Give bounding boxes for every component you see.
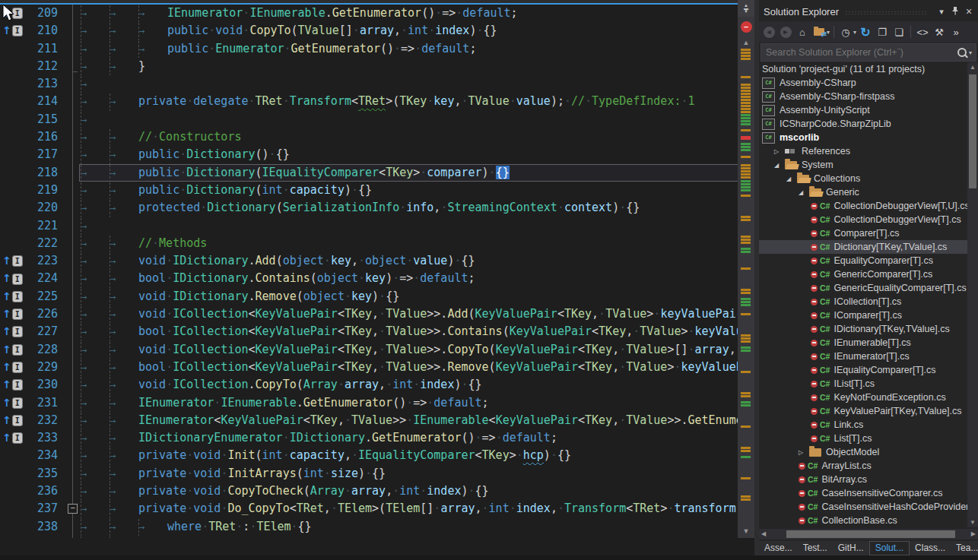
pending-changes-filter-icon[interactable]: ◷ [838, 24, 853, 40]
code-editor[interactable]: ↑I209→→→IEnumerator·IEnumerable.GetEnume… [0, 0, 754, 538]
collapse-all-icon[interactable]: ❐ [875, 24, 890, 40]
tree-item[interactable]: C#Assembly-CSharp [759, 76, 967, 90]
code-line[interactable]: 213→ [0, 75, 754, 93]
tree-item[interactable]: C#BitArray.cs [759, 473, 967, 486]
view-code-icon[interactable]: <> [915, 24, 930, 40]
tool-window-tab[interactable]: GitH... [833, 542, 869, 555]
tree-item[interactable]: C#IEqualityComparer[T].cs [759, 363, 967, 377]
tree-item[interactable]: ▷ObjectModel [759, 445, 967, 459]
tree-item[interactable]: C#Link.cs [759, 418, 967, 432]
back-icon[interactable]: ◄ [761, 24, 776, 40]
tree-item[interactable]: C#CollectionDebuggerView[T,U].cs [759, 199, 967, 213]
search-input[interactable] [764, 46, 957, 59]
tree-item[interactable]: C#IDictionary[TKey,TValue].cs [759, 322, 967, 336]
code-line[interactable]: ↑I230→→void·ICollection.CopyTo(Array·arr… [0, 376, 754, 394]
collapse-arrow-icon[interactable]: ◢ [774, 162, 785, 169]
collapse-arrow-icon[interactable]: ◢ [786, 176, 797, 182]
code-line[interactable]: ↑I210→→→public·void·CopyTo(TValue[]·arra… [0, 22, 754, 40]
editor-vertical-scrollbar[interactable]: ▲▬▼ – ▲ ▼ [738, 0, 754, 538]
tree-item[interactable]: C#IEnumerable[T].cs [759, 336, 967, 350]
search-box[interactable]: ▾ [760, 43, 976, 62]
tree-item[interactable]: C#CollectionDebuggerView[T].cs [759, 213, 967, 226]
scroll-down-icon[interactable]: ▼ [967, 519, 978, 526]
search-options-caret-icon[interactable]: ▾ [969, 49, 972, 56]
forward-icon[interactable]: ► [778, 24, 793, 40]
show-all-files-icon[interactable]: ❏ [891, 24, 907, 40]
code-line[interactable]: 214→→private·delegate·TRet·Transform<TRe… [0, 93, 754, 110]
tool-window-tab[interactable]: Solut... [869, 541, 910, 555]
drag-handle[interactable] [845, 11, 928, 15]
tree-vertical-scrollbar[interactable]: ▲ ▼ [967, 62, 978, 527]
refresh-icon[interactable]: ↻ [858, 24, 873, 40]
tree-item[interactable]: ◢Collections [759, 172, 967, 185]
code-line[interactable]: 215→ [0, 111, 754, 128]
tree-item[interactable]: C#Assembly-UnityScript [759, 103, 967, 117]
folding-margin[interactable]: − [67, 500, 79, 517]
switch-views-caret-icon[interactable]: ▾ [827, 29, 830, 36]
tree-item[interactable]: C#ICSharpCode.SharpZipLib [759, 117, 967, 131]
code-line[interactable]: ↑I223→→void·IDictionary.Add(object·key,·… [0, 252, 754, 270]
tool-window-tab[interactable]: Asse... [759, 542, 798, 555]
tree-item[interactable]: ◢Generic [759, 185, 967, 199]
tool-window-tab[interactable]: Class... [910, 542, 951, 555]
tree-item[interactable]: C#IComparer[T].cs [759, 308, 967, 322]
tool-window-tab[interactable]: Test... [798, 542, 833, 555]
code-line[interactable]: ↑I227→→bool·ICollection<KeyValuePair<TKe… [0, 323, 754, 340]
code-line[interactable]: 236→→private·void·CopyToCheck(Array·arra… [0, 482, 754, 500]
code-line[interactable]: ↑I225→→void·IDictionary.Remove(object·ke… [0, 288, 754, 305]
fold-collapse-icon[interactable]: − [68, 504, 78, 514]
tree-item[interactable]: C#KeyValuePair[TKey,TValue].cs [759, 404, 967, 418]
code-line[interactable]: ↑I231→→IEnumerator·IEnumerable.GetEnumer… [0, 394, 754, 412]
code-line[interactable]: 216→→//·Constructors [0, 128, 754, 146]
code-line[interactable]: ↑I229→→bool·ICollection<KeyValuePair<TKe… [0, 359, 754, 376]
scrollbar-thumb[interactable] [969, 74, 976, 188]
code-line[interactable]: 234→→private·void·Init(int·capacity,·IEq… [0, 447, 754, 464]
pending-changes-filter-caret-icon[interactable]: ▾ [853, 29, 856, 36]
tree-item[interactable]: C#mscorlib [759, 131, 967, 144]
properties-icon[interactable]: ⚒ [932, 24, 947, 40]
code-line[interactable]: ↑I224→→bool·IDictionary.Contains(object·… [0, 270, 754, 287]
tree-item[interactable]: ◢System [759, 158, 967, 172]
tree-item[interactable]: C#GenericComparer[T].cs [759, 267, 967, 281]
scroll-right-icon[interactable]: ▶ [971, 529, 976, 539]
tree-horizontal-scrollbar[interactable]: ◀ ▶ [759, 529, 978, 539]
expand-arrow-icon[interactable]: ▷ [799, 449, 809, 456]
tree-item[interactable]: C#GenericEqualityComparer[T].cs [759, 281, 967, 295]
tree-item[interactable]: C#Comparer[T].cs [759, 226, 967, 240]
search-icon[interactable] [957, 48, 967, 57]
code-line[interactable]: 237−→→private·void·Do_CopyTo<TRet,·TElem… [0, 500, 754, 517]
scroll-left-icon[interactable]: ◀ [761, 529, 766, 539]
tree-item[interactable]: C#EqualityComparer[T].cs [759, 254, 967, 267]
code-line[interactable]: 235→→private·void·InitArrays(int·size)·{… [0, 465, 754, 482]
tree-item[interactable]: C#Dictionary[TKey,TValue].cs [759, 240, 967, 254]
code-line[interactable]: 219→→public·Dictionary(int·capacity)·{} [0, 182, 754, 199]
tree-item[interactable]: C#CaseInsensitiveHashCodeProvider.cs [759, 500, 967, 514]
home-icon[interactable]: ⌂ [795, 24, 810, 40]
code-line[interactable]: ↑I209→→→IEnumerator·IEnumerable.GetEnume… [0, 5, 754, 22]
splitter-grip-icon[interactable]: ▲▬▼ [738, 0, 754, 17]
collapse-arrow-icon[interactable]: ◢ [799, 189, 809, 196]
tree-item[interactable]: Solution 'project-gui' (11 of 11 project… [759, 62, 967, 76]
tree-item[interactable]: C#IList[T].cs [759, 377, 967, 391]
pin-icon[interactable] [949, 6, 961, 17]
tree-item[interactable]: C#CollectionBase.cs [759, 514, 967, 527]
tree-item[interactable]: C#List[T].cs [759, 432, 967, 445]
tree-item[interactable]: C#CaseInsensitiveComparer.cs [759, 486, 967, 500]
close-icon[interactable]: × [963, 5, 975, 17]
code-line[interactable]: 238→→→where·TRet·:·TElem·{} [0, 518, 754, 536]
code-line[interactable]: ↑I226→→void·ICollection<KeyValuePair<TKe… [0, 305, 754, 323]
code-line[interactable]: 218→→public·Dictionary(IEqualityComparer… [0, 164, 754, 182]
code-line[interactable]: 211→→→public·Enumerator·GetEnumerator()·… [0, 40, 754, 58]
tree-item[interactable]: C#ICollection[T].cs [759, 295, 967, 308]
switch-views-icon[interactable]: ⇄ [811, 24, 827, 40]
code-line[interactable]: ↑I232→→IEnumerator<KeyValuePair<TKey,·TV… [0, 412, 754, 429]
tree-item[interactable]: C#ArrayList.cs [759, 459, 967, 473]
window-menu-icon[interactable]: ▾ [935, 7, 948, 17]
tree-item[interactable]: C#IEnumerator[T].cs [759, 350, 967, 363]
scroll-up-icon[interactable]: ▲ [967, 64, 978, 71]
code-line[interactable]: ↑I228→→void·ICollection<KeyValuePair<TKe… [0, 341, 754, 359]
scrollbar-thumb[interactable] [786, 530, 955, 538]
code-line[interactable]: ↑I233→→IDictionaryEnumerator·IDictionary… [0, 429, 754, 447]
tree-item[interactable]: ▷References [759, 144, 967, 158]
code-line[interactable]: 217→→public·Dictionary()·{} [0, 146, 754, 163]
